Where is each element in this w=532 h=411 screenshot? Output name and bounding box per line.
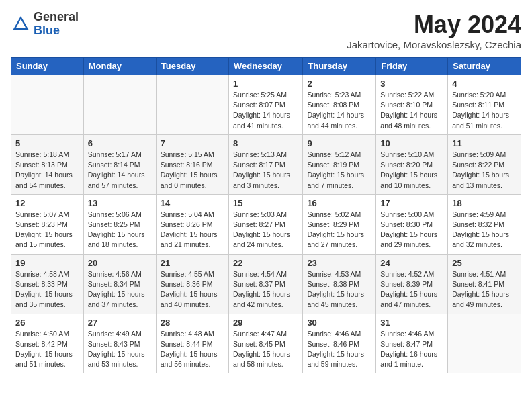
day-number: 6 <box>88 138 152 148</box>
calendar-cell: 13Sunrise: 5:06 AMSunset: 8:25 PMDayligh… <box>83 194 156 254</box>
day-number: 22 <box>233 258 298 268</box>
day-info: Sunrise: 5:09 AMSunset: 8:22 PMDaylight:… <box>452 150 517 191</box>
calendar-cell: 21Sunrise: 4:55 AMSunset: 8:36 PMDayligh… <box>156 254 228 314</box>
day-info: Sunrise: 5:25 AMSunset: 8:07 PMDaylight:… <box>233 90 298 131</box>
day-number: 24 <box>380 258 443 268</box>
day-number: 17 <box>380 198 443 208</box>
day-number: 16 <box>307 198 371 208</box>
day-info: Sunrise: 5:04 AMSunset: 8:26 PMDaylight:… <box>161 210 224 250</box>
calendar-cell: 2Sunrise: 5:23 AMSunset: 8:08 PMDaylight… <box>303 75 376 135</box>
day-number: 18 <box>452 198 517 208</box>
day-number: 11 <box>452 138 517 148</box>
day-number: 20 <box>88 258 152 268</box>
calendar-cell: 26Sunrise: 4:50 AMSunset: 8:42 PMDayligh… <box>11 314 84 373</box>
calendar-cell: 5Sunrise: 5:18 AMSunset: 8:13 PMDaylight… <box>11 134 84 194</box>
page: General Blue May 2024 Jakartovice, Morav… <box>0 0 532 380</box>
calendar-cell: 15Sunrise: 5:03 AMSunset: 8:27 PMDayligh… <box>229 194 303 254</box>
calendar-week-row: 26Sunrise: 4:50 AMSunset: 8:42 PMDayligh… <box>11 314 521 373</box>
calendar-cell: 6Sunrise: 5:17 AMSunset: 8:14 PMDaylight… <box>83 134 156 194</box>
day-number: 14 <box>161 198 224 208</box>
calendar-cell: 27Sunrise: 4:49 AMSunset: 8:43 PMDayligh… <box>83 314 156 373</box>
calendar-day-header: Wednesday <box>229 58 303 75</box>
day-number: 8 <box>233 138 298 148</box>
calendar-week-row: 19Sunrise: 4:58 AMSunset: 8:33 PMDayligh… <box>11 254 521 314</box>
day-number: 25 <box>452 258 517 268</box>
calendar-cell <box>11 75 84 135</box>
day-number: 29 <box>233 318 298 328</box>
day-number: 3 <box>380 79 443 89</box>
day-info: Sunrise: 4:46 AMSunset: 8:47 PMDaylight:… <box>380 329 443 370</box>
day-info: Sunrise: 4:48 AMSunset: 8:44 PMDaylight:… <box>161 329 224 370</box>
day-number: 19 <box>15 258 79 268</box>
day-info: Sunrise: 5:06 AMSunset: 8:25 PMDaylight:… <box>88 210 152 250</box>
calendar-cell: 1Sunrise: 5:25 AMSunset: 8:07 PMDaylight… <box>229 75 303 135</box>
day-number: 15 <box>233 198 298 208</box>
day-info: Sunrise: 5:02 AMSunset: 8:29 PMDaylight:… <box>307 210 371 250</box>
day-info: Sunrise: 5:20 AMSunset: 8:11 PMDaylight:… <box>452 90 517 131</box>
day-number: 26 <box>15 318 79 328</box>
day-info: Sunrise: 5:00 AMSunset: 8:30 PMDaylight:… <box>380 210 443 250</box>
calendar-cell: 23Sunrise: 4:53 AMSunset: 8:38 PMDayligh… <box>303 254 376 314</box>
day-number: 31 <box>380 318 443 328</box>
day-info: Sunrise: 4:50 AMSunset: 8:42 PMDaylight:… <box>15 329 79 370</box>
day-info: Sunrise: 4:47 AMSunset: 8:45 PMDaylight:… <box>233 329 298 370</box>
logo: General Blue <box>11 11 79 38</box>
day-number: 12 <box>15 198 79 208</box>
day-info: Sunrise: 5:12 AMSunset: 8:19 PMDaylight:… <box>307 150 371 191</box>
calendar-day-header: Friday <box>376 58 448 75</box>
calendar-cell: 16Sunrise: 5:02 AMSunset: 8:29 PMDayligh… <box>303 194 376 254</box>
day-number: 10 <box>380 138 443 148</box>
calendar-day-header: Sunday <box>11 58 84 75</box>
day-number: 21 <box>161 258 224 268</box>
calendar-week-row: 12Sunrise: 5:07 AMSunset: 8:23 PMDayligh… <box>11 194 521 254</box>
logo-text: General Blue <box>34 11 79 38</box>
calendar-day-header: Tuesday <box>156 58 228 75</box>
calendar-cell: 25Sunrise: 4:51 AMSunset: 8:41 PMDayligh… <box>448 254 521 314</box>
day-number: 7 <box>161 138 224 148</box>
day-info: Sunrise: 4:58 AMSunset: 8:33 PMDaylight:… <box>15 269 79 310</box>
day-number: 5 <box>15 138 79 148</box>
day-info: Sunrise: 5:17 AMSunset: 8:14 PMDaylight:… <box>88 150 152 191</box>
calendar-cell: 17Sunrise: 5:00 AMSunset: 8:30 PMDayligh… <box>376 194 448 254</box>
day-info: Sunrise: 4:54 AMSunset: 8:37 PMDaylight:… <box>233 269 298 310</box>
logo-icon <box>11 14 31 34</box>
title-block: May 2024 Jakartovice, Moravskoslezsky, C… <box>347 11 521 50</box>
day-info: Sunrise: 5:13 AMSunset: 8:17 PMDaylight:… <box>233 150 298 191</box>
day-number: 30 <box>307 318 371 328</box>
calendar-cell <box>448 314 521 373</box>
day-info: Sunrise: 4:49 AMSunset: 8:43 PMDaylight:… <box>88 329 152 370</box>
day-info: Sunrise: 5:23 AMSunset: 8:08 PMDaylight:… <box>307 90 371 131</box>
calendar-cell: 30Sunrise: 4:46 AMSunset: 8:46 PMDayligh… <box>303 314 376 373</box>
day-info: Sunrise: 4:52 AMSunset: 8:39 PMDaylight:… <box>380 269 443 310</box>
day-info: Sunrise: 4:51 AMSunset: 8:41 PMDaylight:… <box>452 269 517 310</box>
calendar-cell: 8Sunrise: 5:13 AMSunset: 8:17 PMDaylight… <box>229 134 303 194</box>
day-number: 2 <box>307 79 371 89</box>
month-title: May 2024 <box>347 11 521 39</box>
logo-blue-text: Blue <box>34 24 79 38</box>
calendar-table: SundayMondayTuesdayWednesdayThursdayFrid… <box>11 57 521 373</box>
day-number: 27 <box>88 318 152 328</box>
day-info: Sunrise: 4:56 AMSunset: 8:34 PMDaylight:… <box>88 269 152 310</box>
day-number: 9 <box>307 138 371 148</box>
day-info: Sunrise: 5:03 AMSunset: 8:27 PMDaylight:… <box>233 210 298 250</box>
day-info: Sunrise: 4:59 AMSunset: 8:32 PMDaylight:… <box>452 210 517 250</box>
day-number: 1 <box>233 79 298 89</box>
calendar-cell: 9Sunrise: 5:12 AMSunset: 8:19 PMDaylight… <box>303 134 376 194</box>
calendar-day-header: Saturday <box>448 58 521 75</box>
logo-general-text: General <box>34 11 79 24</box>
calendar-cell <box>83 75 156 135</box>
calendar-cell: 20Sunrise: 4:56 AMSunset: 8:34 PMDayligh… <box>83 254 156 314</box>
calendar-cell: 3Sunrise: 5:22 AMSunset: 8:10 PMDaylight… <box>376 75 448 135</box>
calendar-cell: 28Sunrise: 4:48 AMSunset: 8:44 PMDayligh… <box>156 314 228 373</box>
header: General Blue May 2024 Jakartovice, Morav… <box>11 11 521 50</box>
day-info: Sunrise: 5:22 AMSunset: 8:10 PMDaylight:… <box>380 90 443 131</box>
calendar-cell: 18Sunrise: 4:59 AMSunset: 8:32 PMDayligh… <box>448 194 521 254</box>
calendar-cell: 14Sunrise: 5:04 AMSunset: 8:26 PMDayligh… <box>156 194 228 254</box>
day-number: 13 <box>88 198 152 208</box>
day-info: Sunrise: 5:07 AMSunset: 8:23 PMDaylight:… <box>15 210 79 250</box>
calendar-cell: 19Sunrise: 4:58 AMSunset: 8:33 PMDayligh… <box>11 254 84 314</box>
day-info: Sunrise: 4:46 AMSunset: 8:46 PMDaylight:… <box>307 329 371 370</box>
calendar-day-header: Monday <box>83 58 156 75</box>
day-info: Sunrise: 4:53 AMSunset: 8:38 PMDaylight:… <box>307 269 371 310</box>
day-number: 4 <box>452 79 517 89</box>
